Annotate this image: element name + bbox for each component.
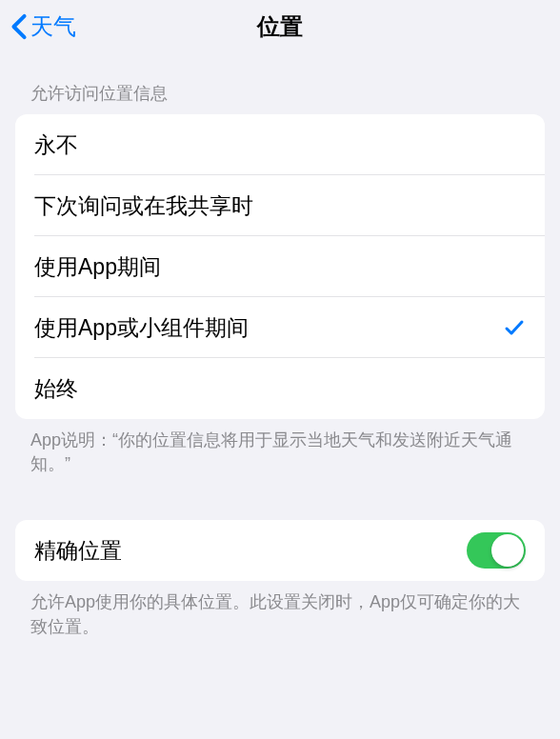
location-access-options: 永不下次询问或在我共享时使用App期间使用App或小组件期间始终 bbox=[15, 114, 545, 419]
chevron-left-icon bbox=[10, 13, 29, 40]
navigation-bar: 天气 位置 bbox=[0, 0, 560, 53]
toggle-knob bbox=[491, 534, 524, 567]
checkmark-icon bbox=[503, 316, 526, 339]
location-option[interactable]: 下次询问或在我共享时 bbox=[15, 175, 545, 236]
section-footer-precise-explanation: 允许App使用你的具体位置。此设置关闭时，App仅可确定你的大致位置。 bbox=[0, 581, 560, 638]
option-label: 下次询问或在我共享时 bbox=[34, 191, 253, 221]
back-label: 天气 bbox=[30, 11, 76, 42]
back-button[interactable]: 天气 bbox=[10, 11, 76, 42]
precise-location-group: 精确位置 bbox=[15, 520, 545, 581]
section-footer-app-explanation: App说明：“你的位置信息将用于显示当地天气和发送附近天气通知。” bbox=[0, 419, 560, 476]
option-label: 使用App或小组件期间 bbox=[34, 313, 249, 343]
precise-location-label: 精确位置 bbox=[34, 536, 122, 566]
section-header-location-access: 允许访问位置信息 bbox=[0, 82, 560, 114]
location-option[interactable]: 始终 bbox=[15, 358, 545, 419]
location-option[interactable]: 使用App或小组件期间 bbox=[15, 297, 545, 358]
option-label: 使用App期间 bbox=[34, 252, 161, 282]
option-label: 始终 bbox=[34, 374, 78, 404]
location-option[interactable]: 使用App期间 bbox=[15, 236, 545, 297]
location-option[interactable]: 永不 bbox=[15, 114, 545, 175]
page-title: 位置 bbox=[257, 11, 303, 42]
option-label: 永不 bbox=[34, 130, 78, 160]
precise-location-row[interactable]: 精确位置 bbox=[15, 520, 545, 581]
precise-location-toggle[interactable] bbox=[467, 532, 526, 569]
